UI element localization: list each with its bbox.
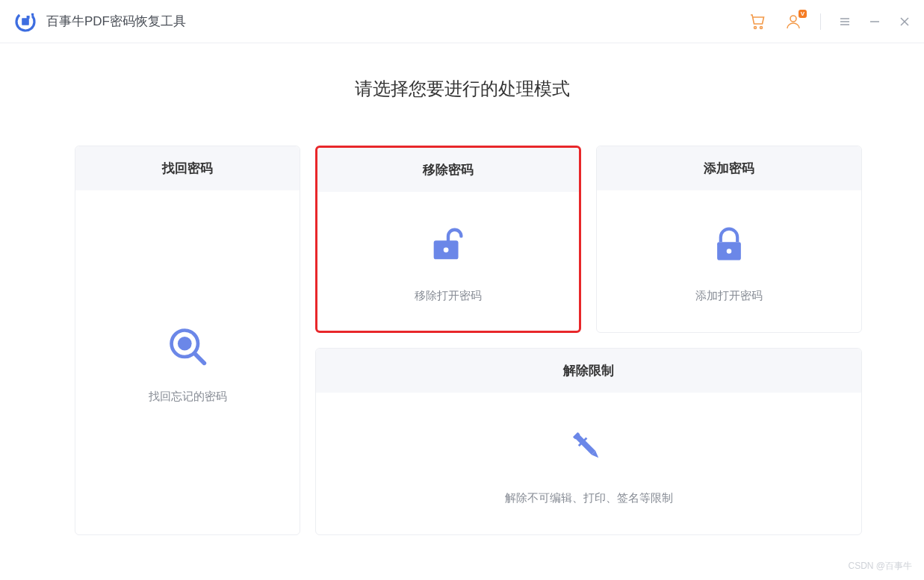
pencil-icon: [563, 422, 614, 473]
svg-point-6: [790, 16, 796, 22]
close-icon[interactable]: [899, 16, 911, 28]
svg-point-14: [178, 337, 192, 351]
card-add-body: 添加打开密码: [597, 190, 861, 332]
svg-line-15: [195, 354, 204, 363]
main-content: 请选择您要进行的处理模式 找回密码 找回忘记的密码 移除密码: [0, 43, 924, 535]
card-recover-title: 找回密码: [75, 146, 300, 190]
unlock-icon: [423, 220, 474, 271]
card-remove-body: 移除打开密码: [317, 192, 579, 331]
card-restrict-title: 解除限制: [316, 349, 861, 393]
svg-rect-20: [575, 434, 596, 455]
card-add-desc: 添加打开密码: [695, 289, 763, 303]
logo-icon: [13, 10, 37, 34]
lock-icon: [704, 220, 754, 271]
card-remove-password[interactable]: 移除密码 移除打开密码: [315, 146, 581, 333]
card-recover-desc: 找回忘记的密码: [149, 390, 227, 404]
card-add-password[interactable]: 添加密码 添加打开密码: [596, 146, 862, 333]
menu-icon[interactable]: [839, 16, 851, 28]
page-heading: 请选择您要进行的处理模式: [75, 77, 849, 101]
svg-rect-2: [27, 16, 30, 19]
card-restrict-body: 解除不可编辑、打印、签名等限制: [316, 393, 861, 534]
card-recover-password[interactable]: 找回密码 找回忘记的密码: [75, 146, 300, 535]
svg-point-5: [760, 26, 763, 28]
separator: [820, 13, 821, 30]
minimize-icon[interactable]: [869, 16, 881, 28]
card-recover-body: 找回忘记的密码: [75, 190, 300, 534]
mode-grid: 找回密码 找回忘记的密码 移除密码: [75, 146, 849, 535]
svg-point-17: [444, 247, 449, 252]
card-add-title: 添加密码: [597, 146, 861, 190]
user-vip-icon[interactable]: V: [784, 13, 802, 31]
card-remove-restriction[interactable]: 解除限制 解除不可编辑、打印、签名等限制: [315, 348, 862, 535]
card-remove-desc: 移除打开密码: [415, 289, 482, 303]
svg-point-19: [727, 249, 732, 254]
svg-point-4: [754, 26, 757, 28]
titlebar: 百事牛PDF密码恢复工具 V: [0, 0, 924, 43]
titlebar-left: 百事牛PDF密码恢复工具: [13, 10, 186, 34]
search-icon: [162, 321, 213, 372]
watermark: CSDN @百事牛: [848, 560, 912, 573]
cart-icon[interactable]: [748, 13, 766, 31]
titlebar-right: V: [748, 13, 911, 31]
card-remove-title: 移除密码: [317, 148, 579, 192]
app-title: 百事牛PDF密码恢复工具: [46, 13, 186, 30]
svg-rect-3: [31, 13, 34, 15]
card-restrict-desc: 解除不可编辑、打印、签名等限制: [505, 491, 673, 505]
svg-rect-1: [22, 18, 29, 25]
